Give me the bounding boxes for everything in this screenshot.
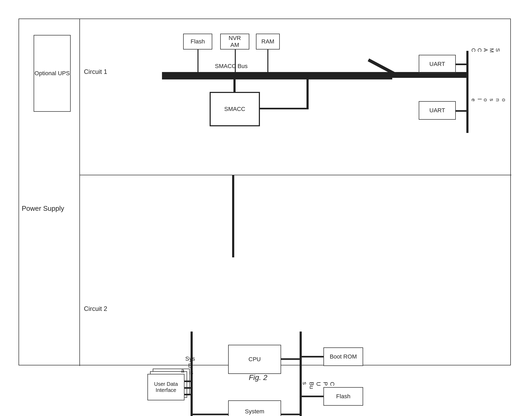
sysctrl-box: SystemController [228,400,281,416]
bootrom-box: Boot ROM [323,347,363,366]
flash-top-label: Flash [191,38,205,45]
line-flash-vertical [197,50,199,73]
smacc-right-connector [260,108,308,109]
cpu-to-bus-line [281,358,301,360]
circuit2-section: SysBus User DataInterface a CPU SystemCo… [80,175,511,366]
uart-top-connect-line [456,64,467,65]
smacc-bus-bar [162,72,392,79]
udi-label: User DataInterface [154,381,178,393]
udi-box: User DataInterface [147,374,184,400]
fig-label: Fig. 2 [249,373,267,382]
flash-c2-label: Flash [336,393,350,400]
console-label: onsole [470,99,507,102]
smacc-right-label: SMACC [470,48,501,53]
line-ram-vertical [267,50,268,73]
smacc-box-top-line [233,72,236,94]
power-supply-label: Power Supply [22,204,64,213]
flash-c2-box: Flash [323,387,363,406]
ram-top-box: RAM [256,34,280,50]
cpu-box: CPU [228,345,281,374]
ups-box: Optional UPS [34,35,71,112]
nvram-top-label: NVRAM [229,35,241,48]
smacc-to-sysb-vertical [232,175,234,257]
sysb-to-sysctrl-line [192,414,228,415]
udi-line1 [184,381,192,382]
a-label: a [181,367,184,374]
uart-bottom-box: UART [419,101,456,120]
outer-box: Power Supply Optional UPS Circuit 1 Circ… [19,19,511,365]
bus-to-bootrom-line [302,356,323,357]
ups-label: Optional UPS [34,70,70,77]
uart-top-label: UART [429,61,445,68]
sysctrl-to-bus-line [281,414,301,415]
right-vertical-bus [466,51,468,133]
bootrom-label: Boot ROM [330,353,357,360]
udi-line3 [184,394,192,395]
ram-top-label: RAM [262,38,274,45]
uart-bottom-connect-line [456,110,467,112]
bus-to-flash-line [302,396,323,397]
smacc-label: SMACC [224,106,245,113]
circuit1-section: Flash NVRAM RAM SMACC Bus [80,19,511,175]
sysctrl-label: SystemController [242,408,267,416]
smacc-main-box: SMACC [210,92,260,126]
udi-line2 [184,387,192,389]
flash-top-box: Flash [183,34,212,50]
smacc-right-vertical [306,78,309,109]
cpu-label: CPU [249,356,261,363]
nvram-top-box: NVRAM [220,34,249,50]
diagram-container: Power Supply Optional UPS Circuit 1 Circ… [11,11,519,387]
cpu-bus-vertical [300,332,302,416]
smacc-bus-label: SMACC Bus [215,63,247,70]
uart-top-box: UART [419,55,456,73]
uart-bottom-label: UART [429,107,445,114]
